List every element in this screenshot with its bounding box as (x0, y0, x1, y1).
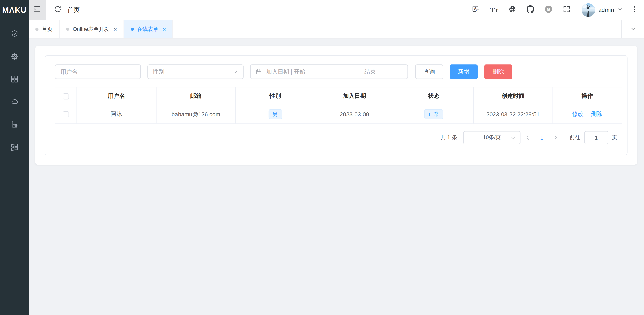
page-number[interactable]: 1 (535, 134, 548, 141)
row-checkbox[interactable] (63, 112, 69, 118)
sidebar: MAKU (0, 0, 29, 315)
column-header-status: 状态 (394, 87, 473, 105)
refresh-icon (54, 5, 62, 14)
shield-check-icon (10, 30, 19, 40)
tab-home[interactable]: 首页 (29, 20, 60, 38)
table-header-row: 用户名 邮箱 性别 加入日期 状态 创建时间 操作 (55, 87, 622, 105)
cloud-icon (10, 97, 19, 108)
tab-dot-icon (35, 28, 39, 31)
filter-bar: 性别 加入日期 | 开始 - 结束 (55, 64, 618, 79)
username-label: admin (598, 6, 614, 13)
tab-bar: 首页 Online表单开发 × 在线表单 × (29, 20, 644, 39)
date-end-placeholder: 结束 (338, 68, 403, 76)
sidebar-item-cloud[interactable] (0, 91, 29, 114)
inner-card: 性别 加入日期 | 开始 - 结束 (45, 56, 628, 155)
column-header-created: 创建时间 (473, 87, 552, 105)
delete-button[interactable]: 删除 (484, 64, 512, 79)
tab-label: Online表单开发 (73, 26, 110, 33)
fullscreen-icon (562, 5, 570, 14)
delete-link[interactable]: 删除 (591, 110, 602, 117)
chevron-left-icon (525, 135, 531, 140)
close-icon[interactable]: × (114, 26, 117, 32)
gender-badge: 男 (268, 110, 282, 119)
chevron-down-icon (510, 135, 516, 141)
unfold-menu-icon (33, 5, 42, 15)
status-badge: 正常 (424, 110, 443, 119)
join-date-range-picker[interactable]: 加入日期 | 开始 - 结束 (250, 64, 408, 79)
breadcrumb: 首页 (67, 6, 80, 14)
tabbar-spacer (173, 20, 622, 38)
app-root: MAKU (0, 0, 644, 315)
gitee-icon: G (544, 5, 552, 14)
settings-icon (10, 52, 19, 62)
tab-dropdown-button[interactable] (622, 20, 644, 38)
globe-icon (508, 5, 516, 14)
github-button[interactable] (526, 5, 534, 14)
tab-online-form[interactable]: 在线表单 × (124, 20, 173, 38)
tab-online-form-dev[interactable]: Online表单开发 × (60, 20, 124, 38)
date-separator: - (331, 68, 338, 75)
card-panel: 性别 加入日期 | 开始 - 结束 (35, 46, 637, 165)
date-start-placeholder: 加入日期 | 开始 (266, 68, 331, 76)
layout-grid-icon (10, 142, 19, 153)
column-header-actions: 操作 (552, 87, 622, 105)
user-menu[interactable]: admin (582, 3, 623, 17)
search-button[interactable]: 查询 (415, 64, 443, 79)
tab-label: 在线表单 (137, 26, 158, 33)
column-header-gender: 性别 (236, 87, 315, 105)
close-icon[interactable]: × (162, 26, 166, 32)
brand-logo: MAKU (0, 0, 29, 20)
avatar (582, 3, 595, 17)
sidebar-nav (0, 20, 29, 159)
github-icon (526, 5, 534, 14)
pagination: 共 1 条 10条/页 1 (55, 131, 618, 144)
sidebar-item-forms[interactable] (0, 114, 29, 136)
column-header-username: 用户名 (76, 87, 156, 105)
font-size-icon: Tт (490, 6, 498, 13)
data-table: 用户名 邮箱 性别 加入日期 状态 创建时间 操作 (55, 87, 622, 124)
tab-dot-icon (66, 28, 70, 31)
chevron-down-icon (630, 25, 636, 33)
tab-label: 首页 (42, 26, 52, 33)
sidebar-item-apps[interactable] (0, 69, 29, 91)
cell-email: babamu@126.com (156, 105, 236, 124)
chevron-down-icon (618, 6, 623, 14)
cell-join-date: 2023-03-09 (315, 105, 394, 124)
column-header-email: 邮箱 (156, 87, 236, 105)
topbar: 首页 A 中 Tт (29, 0, 644, 20)
pagination-total: 共 1 条 (440, 134, 457, 142)
font-size-button[interactable]: Tт (490, 6, 498, 13)
content-area: 性别 加入日期 | 开始 - 结束 (29, 39, 644, 315)
column-header-join-date: 加入日期 (315, 87, 394, 105)
add-button[interactable]: 新增 (450, 64, 478, 79)
goto-page-input[interactable] (584, 131, 608, 144)
edit-link[interactable]: 修改 (572, 110, 584, 117)
calendar-icon (256, 68, 262, 75)
svg-text:G: G (547, 7, 550, 12)
prev-page-button[interactable] (520, 135, 535, 140)
page-size-select[interactable]: 10条/页 (463, 131, 520, 144)
chevron-down-icon (232, 69, 238, 75)
cell-created-at: 2023-03-22 22:29:51 (473, 105, 552, 124)
svg-text:中: 中 (476, 8, 480, 12)
sidebar-toggle-button[interactable] (29, 0, 46, 20)
next-page-button[interactable] (548, 135, 563, 140)
gender-select[interactable]: 性别 (148, 64, 244, 79)
username-input[interactable] (55, 64, 141, 79)
more-menu-button[interactable] (630, 5, 638, 14)
sidebar-item-security[interactable] (0, 24, 29, 46)
gender-placeholder: 性别 (153, 68, 164, 76)
translate-icon: A 中 (472, 5, 480, 14)
tab-dot-icon (130, 28, 134, 31)
more-dots-icon (630, 5, 638, 14)
translate-button[interactable]: A 中 (472, 5, 480, 14)
sidebar-item-layout[interactable] (0, 136, 29, 159)
sidebar-item-settings[interactable] (0, 46, 29, 69)
select-all-checkbox[interactable] (63, 94, 69, 100)
fullscreen-button[interactable] (562, 5, 570, 14)
refresh-button[interactable] (51, 3, 64, 16)
gitee-button[interactable]: G (544, 5, 552, 14)
goto-label: 前往 (570, 134, 580, 142)
language-button[interactable] (508, 5, 516, 14)
page-size-label: 10条/页 (483, 134, 501, 142)
